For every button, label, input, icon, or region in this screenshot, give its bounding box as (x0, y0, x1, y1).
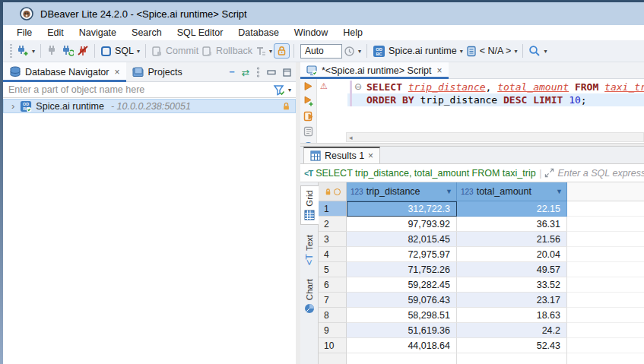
chevron-down-icon[interactable]: ▾ (269, 48, 272, 55)
cell-trip_distance[interactable]: 59,076.43 (347, 293, 457, 308)
chevron-down-icon[interactable]: ▾ (514, 48, 517, 55)
cell-total_amount[interactable]: 33.52 (457, 277, 567, 293)
table-row[interactable]: 1044,018.6452.43 (319, 338, 644, 353)
cell-total_amount[interactable]: 20.04 (457, 247, 567, 262)
cell-total_amount[interactable]: 36.31 (457, 217, 567, 232)
chevron-down-icon[interactable]: ▾ (544, 48, 547, 55)
menu-item-navigate[interactable]: Navigate (71, 26, 124, 40)
row-number[interactable]: 5 (319, 262, 347, 277)
scroll-left-icon[interactable]: ◂ (347, 134, 355, 141)
close-icon[interactable]: × (368, 150, 373, 161)
transaction-log-button[interactable]: ▾ (254, 43, 274, 59)
filter-funnel-icon[interactable] (273, 84, 285, 96)
tab-text-presentation[interactable]: Text <T (300, 231, 319, 269)
cell-trip_distance[interactable]: 51,619.36 (347, 323, 457, 338)
menu-item-search[interactable]: Search (124, 26, 170, 40)
tab-database-navigator[interactable]: Database Navigator × (3, 62, 126, 82)
execute-new-tab-icon[interactable] (303, 96, 314, 106)
chevron-down-icon[interactable]: ▾ (288, 87, 291, 93)
row-number[interactable]: 3 (319, 232, 347, 247)
sort-desc-icon[interactable]: ▼ (446, 188, 452, 195)
cell-trip_distance[interactable]: 44,018.64 (347, 338, 457, 353)
collapse-all-icon[interactable]: − (229, 67, 234, 78)
cell-trip_distance[interactable]: 59,282.45 (347, 277, 457, 293)
link-with-editor-icon[interactable]: ⇄ (242, 67, 249, 78)
cell-total_amount[interactable]: 52.43 (457, 338, 567, 353)
row-number[interactable]: 7 (319, 293, 347, 308)
cell-total_amount[interactable]: 49.57 (457, 262, 567, 277)
chevron-down-icon[interactable]: ▾ (32, 48, 35, 55)
table-row[interactable]: 571,752.2649.57 (319, 262, 644, 277)
script-settings-icon[interactable] (303, 126, 313, 137)
disconnect-button[interactable] (75, 43, 90, 59)
row-number[interactable]: 9 (319, 323, 347, 338)
object-filter-input[interactable] (3, 82, 273, 97)
cell-trip_distance[interactable]: 82,015.45 (347, 232, 457, 247)
cell-total_amount[interactable]: 18.63 (457, 308, 567, 323)
chevron-down-icon[interactable]: ▾ (137, 48, 140, 55)
table-row[interactable]: 759,076.4323.17 (319, 293, 644, 308)
maximize-view-icon[interactable] (283, 68, 291, 77)
cell-trip_distance[interactable]: 71,752.26 (347, 262, 457, 277)
menu-item-help[interactable]: Help (335, 26, 370, 40)
sql-code-line-2[interactable]: ORDER BY trip_distance DESC LIMIT 10; (366, 93, 587, 106)
table-row[interactable]: 472,975.9720.04 (319, 247, 644, 262)
chevron-down-icon[interactable]: ▾ (358, 48, 361, 55)
table-row[interactable]: 1312,722.322.15 (319, 201, 644, 217)
editor-horizontal-scrollbar[interactable]: ◂ (346, 132, 644, 142)
table-row[interactable]: 951,619.3624.2 (319, 323, 644, 338)
row-number[interactable]: 2 (319, 217, 347, 232)
execute-statement-icon[interactable] (303, 81, 313, 91)
row-number[interactable]: 1 (319, 201, 347, 217)
cell-total_amount[interactable]: 23.17 (457, 293, 567, 308)
sql-code-line-1[interactable]: SELECT trip_distance, total_amount FROM … (366, 81, 644, 93)
expand-icon[interactable] (544, 168, 554, 178)
cell-trip_distance[interactable]: 58,298.51 (347, 308, 457, 323)
table-row[interactable]: 382,015.4521.56 (319, 232, 644, 247)
sort-desc-icon[interactable]: ▼ (556, 188, 563, 195)
reconnect-button[interactable] (59, 43, 75, 59)
cell-trip_distance[interactable]: 97,793.92 (347, 217, 457, 232)
menu-item-file[interactable]: File (9, 26, 40, 40)
tab-sql-script[interactable]: *<Spice.ai runtime> Script × (300, 62, 449, 79)
connect-button[interactable] (45, 43, 59, 59)
connection-lock-toggle[interactable] (274, 43, 290, 59)
grid-corner-cell[interactable] (319, 182, 347, 201)
tab-projects[interactable]: Projects (126, 62, 189, 82)
table-row[interactable]: 858,298.5118.63 (319, 308, 644, 323)
cell-trip_distance[interactable]: 72,975.97 (347, 247, 457, 262)
fold-collapse-icon[interactable]: ⊖ (354, 81, 362, 93)
column-header-trip-distance[interactable]: 123 trip_distance ▼ (347, 182, 457, 201)
sql-editor-button[interactable]: SQL ▾ (99, 43, 141, 59)
tab-grid-presentation[interactable]: Grid (300, 185, 319, 225)
transaction-history-button[interactable]: ▾ (342, 43, 363, 59)
chevron-down-icon[interactable]: ▾ (460, 48, 463, 55)
cell-total_amount[interactable]: 24.2 (457, 323, 567, 338)
tree-item-connection[interactable]: › ODBC Spice.ai runtime - 10.0.0.238:500… (3, 99, 296, 113)
active-connection-selector[interactable]: ODBC Spice.ai runtime ▾ (371, 43, 465, 60)
view-menu-grip-icon[interactable] (256, 67, 260, 78)
menu-item-window[interactable]: Window (287, 26, 335, 40)
cell-trip_distance[interactable]: 312,722.3 (347, 201, 457, 217)
menu-item-database[interactable]: Database (230, 26, 287, 40)
row-number[interactable]: 4 (319, 247, 347, 262)
active-schema-selector[interactable]: < N/A > ▾ (465, 43, 519, 59)
menu-item-edit[interactable]: Edit (40, 26, 71, 40)
tab-results-1[interactable]: Results 1 × (303, 147, 380, 163)
row-number[interactable]: 10 (319, 338, 347, 353)
cell-total_amount[interactable]: 22.15 (457, 201, 567, 217)
panel-icon[interactable] (303, 141, 313, 143)
menu-item-sql-editor[interactable]: SQL Editor (170, 26, 231, 40)
execute-script-icon[interactable] (303, 111, 314, 122)
tab-chart-presentation[interactable]: Chart (300, 275, 319, 318)
table-row[interactable]: 297,793.9236.31 (319, 217, 644, 232)
sql-editor-area[interactable]: ⚠ ⊖ SELECT trip_distance, total_amount F… (300, 79, 644, 143)
new-connection-button[interactable]: ▾ (14, 43, 36, 59)
column-header-total-amount[interactable]: 123 total_amount ▼ (457, 182, 567, 201)
rollback-button[interactable]: Rollback (200, 43, 254, 59)
commit-button[interactable]: Commit (150, 43, 200, 59)
row-number[interactable]: 8 (319, 308, 347, 323)
cell-total_amount[interactable]: 21.56 (457, 232, 567, 247)
minimize-view-icon[interactable] (267, 68, 276, 76)
auto-commit-combobox[interactable]: Auto (300, 44, 342, 59)
